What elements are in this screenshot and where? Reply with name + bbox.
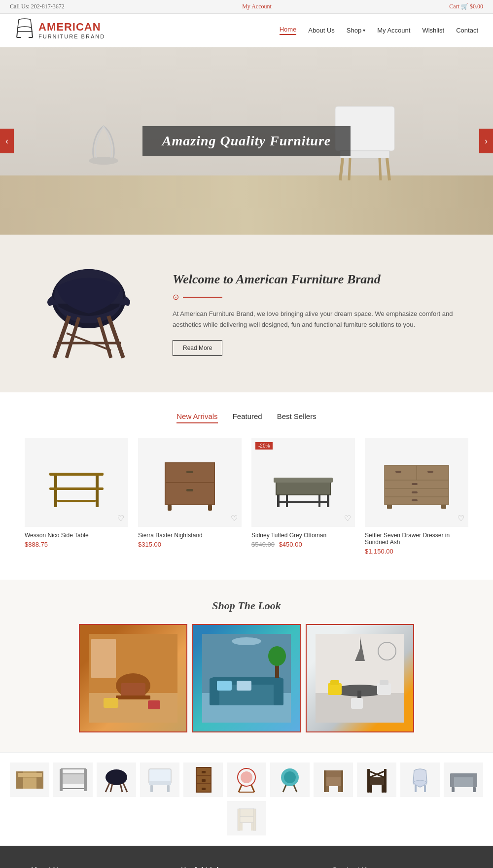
thumb-item[interactable]: [10, 763, 49, 797]
svg-rect-43: [395, 471, 401, 473]
wishlist-icon[interactable]: ♡: [117, 514, 124, 523]
svg-rect-26: [186, 489, 193, 491]
product-image: -20% ♡: [251, 438, 355, 527]
svg-rect-31: [274, 478, 333, 483]
nav-account[interactable]: My Account: [377, 27, 410, 34]
thumb-item[interactable]: [444, 763, 483, 797]
thumb-item[interactable]: [140, 763, 179, 797]
svg-rect-126: [382, 785, 384, 793]
footer-grid: About Us The perfect furniture is that o…: [30, 866, 463, 868]
look-item-3[interactable]: [306, 624, 414, 732]
svg-line-5: [349, 158, 350, 180]
product-card: -20% ♡ Sidney Tufted Grey Ott: [251, 438, 355, 555]
look-image-2: [193, 625, 300, 731]
svg-line-6: [380, 158, 381, 180]
thumb-item[interactable]: [314, 763, 353, 797]
thumb-item[interactable]: [183, 763, 223, 797]
thumb-item[interactable]: [227, 801, 266, 835]
product-name: Wesson Nico Side Table: [25, 532, 128, 539]
product-tabs: New Arrivals Featured Best Sellers: [20, 412, 473, 423]
svg-line-4: [387, 158, 389, 180]
nav-shop[interactable]: Shop: [347, 27, 365, 34]
tab-new-arrivals[interactable]: New Arrivals: [176, 412, 217, 423]
product-price: $888.75: [25, 541, 128, 548]
cart-info: Cart 🛒 $0.00: [449, 3, 483, 10]
svg-rect-74: [330, 680, 339, 685]
logo-text: AMERICAN FURNITURE BRAND: [38, 21, 105, 39]
svg-rect-56: [148, 700, 160, 709]
svg-line-92: [110, 784, 112, 792]
nav-about[interactable]: About Us: [308, 27, 334, 34]
thumb-item[interactable]: [227, 763, 266, 797]
look-image-3: [307, 625, 413, 731]
svg-rect-20: [96, 490, 99, 507]
svg-rect-103: [202, 779, 206, 782]
svg-rect-140: [240, 823, 243, 831]
my-account-link[interactable]: My Account: [242, 3, 272, 10]
svg-rect-118: [326, 786, 329, 792]
divider-line: [183, 297, 222, 298]
hero-sculpture: [74, 116, 133, 175]
svg-rect-87: [84, 769, 87, 791]
svg-rect-131: [450, 773, 477, 777]
svg-point-111: [284, 771, 296, 783]
product-price: $540.00 $450.00: [251, 541, 355, 548]
new-price: $450.00: [279, 541, 302, 548]
svg-rect-65: [237, 681, 251, 691]
thumb-item[interactable]: [53, 763, 93, 797]
nav-wishlist[interactable]: Wishlist: [422, 27, 444, 34]
thumbnails-strip: [0, 752, 493, 846]
svg-rect-95: [149, 781, 171, 785]
main-nav: Home About Us Shop My Account Wishlist C…: [280, 26, 478, 35]
svg-rect-86: [60, 769, 63, 791]
svg-rect-132: [450, 773, 454, 787]
product-price: $315.00: [138, 541, 242, 548]
svg-rect-116: [324, 770, 326, 792]
hero-prev-button[interactable]: ‹: [0, 129, 14, 153]
svg-rect-97: [167, 785, 170, 792]
top-bar: Call Us: 202-817-3672 My Account Cart 🛒 …: [0, 0, 493, 14]
svg-rect-17: [54, 476, 57, 487]
hero-headline: Amazing Quality Furniture: [162, 133, 331, 149]
thumb-item[interactable]: [97, 763, 136, 797]
wishlist-icon[interactable]: ♡: [458, 514, 464, 523]
nav-home[interactable]: Home: [280, 26, 297, 35]
thumb-item[interactable]: [400, 763, 440, 797]
welcome-body: At American Furniture Brand, we love bri…: [173, 309, 463, 330]
product-badge: -20%: [255, 442, 273, 450]
product-name: Sidney Tufted Grey Ottoman: [251, 532, 355, 539]
product-card: ♡ Sierra Baxter Nightstand $315.00: [138, 438, 242, 555]
brand-american: AMERICAN: [38, 21, 105, 33]
look-item-2[interactable]: [192, 624, 301, 732]
svg-rect-119: [338, 786, 341, 792]
svg-rect-25: [186, 471, 193, 473]
svg-rect-22: [165, 463, 214, 505]
wishlist-icon[interactable]: ♡: [344, 514, 351, 523]
welcome-text: Welcome to American Furniture Brand ⊙ At…: [173, 271, 463, 356]
svg-rect-45: [412, 483, 418, 485]
nav-contact[interactable]: Contact: [456, 27, 478, 34]
logo: AMERICAN FURNITURE BRAND: [15, 18, 105, 43]
svg-line-91: [123, 783, 127, 792]
wishlist-icon[interactable]: ♡: [231, 514, 238, 523]
svg-rect-35: [318, 495, 320, 507]
product-name: Sierra Baxter Nightstand: [138, 532, 242, 539]
svg-rect-102: [202, 771, 206, 773]
hero-next-button[interactable]: ›: [479, 129, 493, 153]
footer-links-heading: Useful Links: [181, 866, 313, 868]
product-name: Settler Seven Drawer Dresser in Sundried…: [365, 532, 468, 546]
cart-label: Cart: [449, 3, 459, 10]
look-item-1[interactable]: [79, 624, 187, 732]
thumb-item[interactable]: [357, 763, 396, 797]
footer-links: Useful Links My Account Cart Wishlist Co…: [181, 866, 313, 868]
brand-sub: FURNITURE BRAND: [38, 34, 105, 39]
tab-featured[interactable]: Featured: [233, 412, 262, 423]
svg-point-68: [232, 637, 261, 645]
tab-best-sellers[interactable]: Best Sellers: [277, 412, 317, 423]
footer-about-heading: About Us: [30, 866, 161, 868]
header: AMERICAN FURNITURE BRAND Home About Us S…: [0, 14, 493, 47]
svg-rect-48: [387, 505, 392, 509]
svg-rect-122: [384, 769, 387, 793]
thumb-item[interactable]: [270, 763, 310, 797]
read-more-button[interactable]: Read More: [173, 340, 222, 356]
